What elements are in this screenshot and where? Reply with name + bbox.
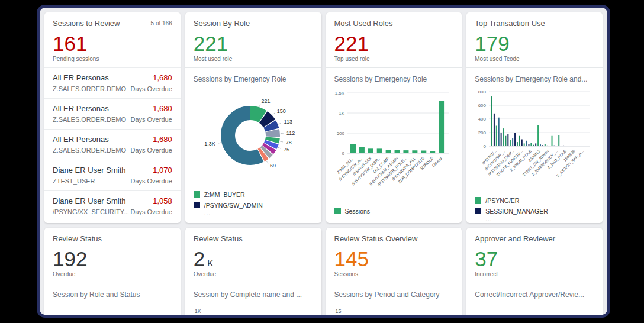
item-code: Z.SALES.ORDER.DEMO [53,85,126,92]
svg-text:800: 800 [478,89,487,95]
session-list-item[interactable]: Diane ER User Smith1,058/PSYNG/XX_SECURI… [44,190,181,221]
tile-session-by-role[interactable]: Session By Role 221 Most used role Sessi… [185,12,321,223]
svg-text:200: 200 [478,130,487,135]
item-value: 1,070 [153,166,172,175]
kpi-value: 2K [194,248,313,270]
item-unit: Days Overdue [130,147,172,154]
item-code: /PSYNG/XX_SECURITY... [53,208,129,215]
tile-title: Review Status Overview [334,234,454,243]
donut-legend: Z:MM_BUYER/PSYNG/SW_ADMIN... [185,186,321,219]
kpi-label: Top used role [334,56,454,62]
bar-legend: Sessions [326,203,462,217]
gridline [211,311,312,311]
session-list-item[interactable]: All ER Personas1,680Z.SALES.ORDER.DEMODa… [44,98,181,129]
tile-most-used-roles[interactable]: Most Used Roles 221 Top used role Sessio… [326,12,462,223]
session-list-item[interactable]: All ER Personas1,680Z.SALES.ORDER.DEMODa… [44,129,181,160]
svg-text:600: 600 [478,103,487,108]
svg-text:78: 78 [286,140,292,146]
bar-chart: 05001K1.5KZ:MM_BU.../PSYNG/SW_A.../PSYNG… [326,85,454,197]
item-unit: Days Overdue [130,177,172,185]
tile-review-status-overview[interactable]: Review Status Overview 145 Sessions Sess… [326,228,462,318]
legend-item: /PSYNG/SW_ADMIN [194,202,313,209]
tile-sessions-to-review[interactable]: Sessions to Review 5 of 166 161 Pending … [44,12,181,223]
svg-text:1K: 1K [339,111,344,116]
svg-text:1.5K: 1.5K [334,91,344,96]
item-unit: Days Overdue [130,85,172,92]
donut-chart-box: 2211501131127875691.3K [185,85,321,186]
svg-text:112: 112 [286,130,295,136]
legend-label: Z:MM_BUYER [204,191,245,198]
item-value: 1,680 [153,135,172,144]
item-name: Diane ER User Smith [53,196,126,205]
tile-title: Top Transaction Use [475,19,594,28]
legend-label: Sessions [345,208,371,215]
partial-chart: 15 [334,308,454,318]
svg-text:1.3K: 1.3K [204,141,215,147]
kpi-label: Most used Tcode [475,56,594,62]
y-tick-label: 1K [195,308,201,314]
kpi-value: 145 [334,248,454,270]
chart-title: Sessions by Emergency Role and... [466,68,603,85]
spike-chart: 0200400600800/PSYNG/.../PSYNG/SW_.../PSY… [466,85,594,190]
item-code: ZTEST_USER [53,177,95,185]
item-name: All ER Personas [53,104,109,113]
chart-title: Session by Role and Status [44,283,181,300]
y-tick-label: 15 [336,308,342,314]
tile-grid: Sessions to Review 5 of 166 161 Pending … [40,8,607,318]
legend-swatch [475,197,481,204]
spike-legend: /PSYNG/ERSESSION_MANAGER... [466,192,603,223]
chart-title: Sessions by Period and Category [326,283,462,300]
tile-title: Sessions to Review [53,19,120,28]
chart-title: Session by Complete name and ... [185,283,321,300]
bar-chart-box: 05001K1.5KZ:MM_BU.../PSYNG/SW_A.../PSYNG… [326,85,462,199]
svg-text:500: 500 [336,131,344,136]
legend-item: /PSYNG/ER [475,197,594,204]
kpi-value: 37 [475,248,594,270]
item-unit: Days Overdue [130,116,172,123]
legend-label: /PSYNG/ER [485,197,519,204]
tile-top-transaction-use[interactable]: Top Transaction Use 179 Most used Tcode … [466,12,603,223]
legend-swatch [194,191,200,198]
item-value: 1,680 [153,104,172,113]
tile-header: Sessions to Review 5 of 166 161 Pending … [44,12,181,67]
kpi-value: 192 [53,248,172,270]
item-name: Diane ER User Smith [53,166,126,175]
gridline [352,311,453,311]
item-value: 1,680 [153,73,172,82]
session-list-item[interactable]: All ER Personas1,680Z.SALES.ORDER.DEMODa… [44,67,181,98]
svg-text:150: 150 [276,108,285,114]
kpi-label: Overdue [194,271,313,277]
legend-swatch [194,202,200,208]
legend-swatch [334,208,341,214]
tile-review-status-2k[interactable]: Review Status 2K Overdue Session by Comp… [185,228,321,318]
svg-text:400: 400 [478,117,487,122]
chart-title: Correct/Incorrect Approver/Revie... [466,283,603,300]
kpi-unit: K [207,258,213,268]
legend-label: /PSYNG/SW_ADMIN [204,202,263,209]
item-unit: Days Overdue [130,208,172,215]
svg-text:Others: Others [431,156,443,167]
tile-approver-reviewer[interactable]: Approver and Reviewer 37 Incorrect Corre… [466,228,603,318]
tile-title: Approver and Reviewer [475,234,594,243]
svg-text:221: 221 [261,98,270,104]
kpi-label: Overdue [53,271,172,277]
kpi-value: 221 [334,33,454,55]
kpi-label: Sessions [334,271,454,277]
kpi-label: Incorrect [475,271,594,277]
svg-text:69: 69 [270,163,276,169]
donut-chart: 2211501131127875691.3K [185,85,313,184]
item-name: All ER Personas [53,135,109,144]
kpi-label: Most used role [194,56,313,62]
tile-title: Session By Role [194,19,313,28]
tile-review-status-overdue[interactable]: Review Status 192 Overdue Session by Rol… [44,228,181,318]
item-value: 1,058 [153,196,172,205]
legend-more: ... [485,216,594,222]
sessions-list: All ER Personas1,680Z.SALES.ORDER.DEMODa… [44,67,181,221]
tile-title: Most Used Roles [334,19,454,28]
legend-swatch [475,208,481,214]
legend-item: SESSION_MANAGER [475,208,594,215]
kpi-label: Pending sessions [53,56,172,62]
legend-more: ... [204,210,313,217]
svg-text:0: 0 [342,151,344,156]
session-list-item[interactable]: Diane ER User Smith1,070ZTEST_USERDays O… [44,160,181,190]
